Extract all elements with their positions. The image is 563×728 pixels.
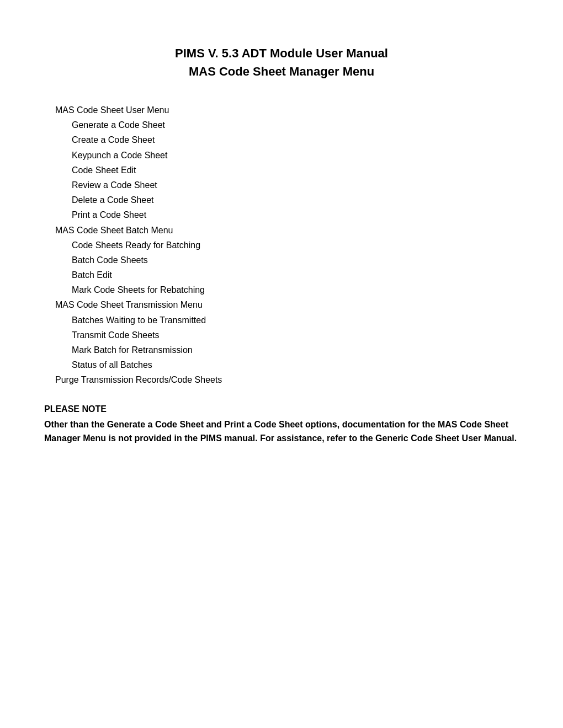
transmission-menu-item-0: Batches Waiting to be Transmitted: [72, 313, 519, 328]
transmission-menu-label: MAS Code Sheet Transmission Menu: [55, 297, 519, 312]
transmission-menu-item-3: Status of all Batches: [72, 357, 519, 372]
user-menu-item-1: Create a Code Sheet: [72, 132, 519, 147]
page: PIMS V. 5.3 ADT Module User Manual MAS C…: [0, 0, 563, 728]
batch-menu-item-3: Mark Code Sheets for Rebatching: [72, 282, 519, 297]
batch-menu-item-2: Batch Edit: [72, 267, 519, 282]
user-menu-label: MAS Code Sheet User Menu: [55, 103, 519, 117]
title-line-2: MAS Code Sheet Manager Menu: [44, 62, 519, 81]
user-menu-item-0: Generate a Code Sheet: [72, 117, 519, 132]
purge-item: Purge Transmission Records/Code Sheets: [55, 372, 519, 387]
note-title: PLEASE NOTE: [44, 404, 519, 414]
user-menu-item-2: Keypunch a Code Sheet: [72, 148, 519, 163]
user-menu-item-6: Print a Code Sheet: [72, 207, 519, 222]
user-menu-item-4: Review a Code Sheet: [72, 178, 519, 192]
user-menu-item-5: Delete a Code Sheet: [72, 192, 519, 207]
batch-menu-item-1: Batch Code Sheets: [72, 253, 519, 267]
title-line-1: PIMS V. 5.3 ADT Module User Manual: [44, 44, 519, 62]
batch-menu-item-0: Code Sheets Ready for Batching: [72, 238, 519, 253]
batch-menu-label: MAS Code Sheet Batch Menu: [55, 223, 519, 238]
title-block: PIMS V. 5.3 ADT Module User Manual MAS C…: [44, 44, 519, 81]
menu-section: MAS Code Sheet User Menu Generate a Code…: [55, 103, 519, 388]
note-section: PLEASE NOTE Other than the Generate a Co…: [44, 404, 519, 446]
user-menu-item-3: Code Sheet Edit: [72, 163, 519, 178]
note-body: Other than the Generate a Code Sheet and…: [44, 417, 519, 446]
transmission-menu-item-1: Transmit Code Sheets: [72, 328, 519, 342]
transmission-menu-item-2: Mark Batch for Retransmission: [72, 342, 519, 357]
